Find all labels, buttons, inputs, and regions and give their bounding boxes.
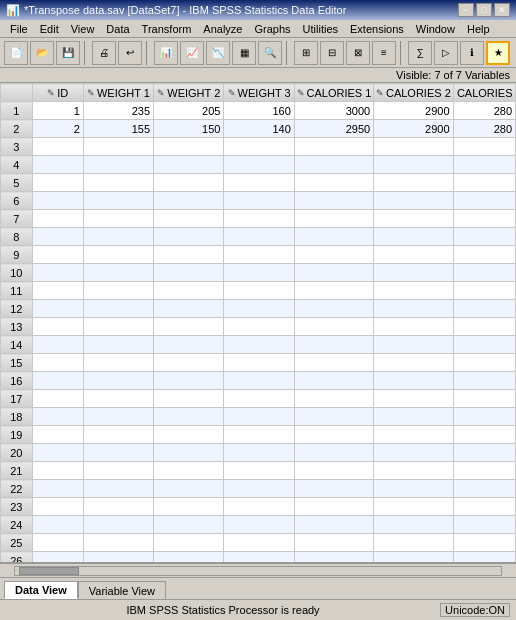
empty-cell[interactable]	[374, 300, 453, 318]
empty-cell[interactable]	[453, 552, 515, 564]
empty-cell[interactable]	[83, 552, 153, 564]
empty-cell[interactable]	[32, 498, 83, 516]
table-row[interactable]: 18	[1, 408, 516, 426]
menu-item-graphs[interactable]: Graphs	[248, 22, 296, 36]
empty-cell[interactable]	[83, 300, 153, 318]
empty-cell[interactable]	[453, 138, 515, 156]
empty-cell[interactable]	[83, 228, 153, 246]
empty-cell[interactable]	[453, 354, 515, 372]
empty-cell[interactable]	[453, 228, 515, 246]
info-button[interactable]: ℹ	[460, 41, 484, 65]
empty-cell[interactable]	[154, 210, 224, 228]
empty-cell[interactable]	[453, 156, 515, 174]
tab-variable-view[interactable]: Variable View	[78, 581, 166, 599]
empty-cell[interactable]	[154, 552, 224, 564]
empty-cell[interactable]	[224, 264, 294, 282]
empty-cell[interactable]	[83, 426, 153, 444]
empty-cell[interactable]	[154, 516, 224, 534]
empty-cell[interactable]	[32, 372, 83, 390]
empty-cell[interactable]	[374, 372, 453, 390]
active-button[interactable]: ★	[486, 41, 510, 65]
empty-cell[interactable]	[83, 210, 153, 228]
empty-cell[interactable]	[374, 138, 453, 156]
empty-cell[interactable]	[154, 354, 224, 372]
empty-cell[interactable]	[32, 462, 83, 480]
empty-cell[interactable]	[374, 264, 453, 282]
empty-cell[interactable]	[453, 336, 515, 354]
menu-item-file[interactable]: File	[4, 22, 34, 36]
empty-cell[interactable]	[374, 444, 453, 462]
cell-c1[interactable]: 3000	[294, 102, 373, 120]
empty-cell[interactable]	[32, 156, 83, 174]
col-header-id[interactable]: ✎ID	[32, 84, 83, 102]
empty-cell[interactable]	[154, 444, 224, 462]
empty-cell[interactable]	[374, 156, 453, 174]
col-header-w2[interactable]: ✎WEIGHT 2	[154, 84, 224, 102]
empty-cell[interactable]	[453, 408, 515, 426]
empty-cell[interactable]	[294, 408, 373, 426]
empty-cell[interactable]	[32, 336, 83, 354]
calc-button[interactable]: ∑	[408, 41, 432, 65]
table-row[interactable]: 12	[1, 300, 516, 318]
empty-cell[interactable]	[83, 156, 153, 174]
empty-cell[interactable]	[154, 372, 224, 390]
empty-cell[interactable]	[224, 174, 294, 192]
empty-cell[interactable]	[154, 390, 224, 408]
cell-c3[interactable]: 280	[453, 120, 515, 138]
menu-item-edit[interactable]: Edit	[34, 22, 65, 36]
empty-cell[interactable]	[294, 372, 373, 390]
table-row[interactable]: 16	[1, 372, 516, 390]
empty-cell[interactable]	[294, 138, 373, 156]
menu-item-extensions[interactable]: Extensions	[344, 22, 410, 36]
cell-w2[interactable]: 150	[154, 120, 224, 138]
empty-cell[interactable]	[224, 192, 294, 210]
table-row[interactable]: 1123520516030002900280	[1, 102, 516, 120]
cell-c2[interactable]: 2900	[374, 102, 453, 120]
empty-cell[interactable]	[32, 192, 83, 210]
table-row[interactable]: 21	[1, 462, 516, 480]
chart-button-1[interactable]: 📊	[154, 41, 178, 65]
data-button-2[interactable]: ⊟	[320, 41, 344, 65]
empty-cell[interactable]	[453, 300, 515, 318]
empty-cell[interactable]	[294, 174, 373, 192]
empty-cell[interactable]	[83, 480, 153, 498]
empty-cell[interactable]	[32, 246, 83, 264]
empty-cell[interactable]	[294, 552, 373, 564]
empty-cell[interactable]	[374, 534, 453, 552]
empty-cell[interactable]	[374, 480, 453, 498]
empty-cell[interactable]	[374, 390, 453, 408]
data-button-1[interactable]: ⊞	[294, 41, 318, 65]
cell-id[interactable]: 1	[32, 102, 83, 120]
empty-cell[interactable]	[224, 462, 294, 480]
save-button[interactable]: 💾	[56, 41, 80, 65]
empty-cell[interactable]	[294, 228, 373, 246]
empty-cell[interactable]	[224, 372, 294, 390]
empty-cell[interactable]	[224, 300, 294, 318]
empty-cell[interactable]	[32, 228, 83, 246]
empty-cell[interactable]	[453, 246, 515, 264]
empty-cell[interactable]	[32, 282, 83, 300]
empty-cell[interactable]	[32, 264, 83, 282]
empty-cell[interactable]	[453, 192, 515, 210]
data-button-3[interactable]: ⊠	[346, 41, 370, 65]
table-row[interactable]: 22	[1, 480, 516, 498]
table-row[interactable]: 17	[1, 390, 516, 408]
empty-cell[interactable]	[294, 444, 373, 462]
chart-button-3[interactable]: 📉	[206, 41, 230, 65]
cell-id[interactable]: 2	[32, 120, 83, 138]
binoculars-button[interactable]: 🔍	[258, 41, 282, 65]
empty-cell[interactable]	[453, 444, 515, 462]
empty-cell[interactable]	[224, 534, 294, 552]
empty-cell[interactable]	[32, 390, 83, 408]
empty-cell[interactable]	[374, 552, 453, 564]
cell-c2[interactable]: 2900	[374, 120, 453, 138]
col-header-c3[interactable]: ✎CALORIES 3	[453, 84, 515, 102]
data-button-4[interactable]: ≡	[372, 41, 396, 65]
menu-item-analyze[interactable]: Analyze	[197, 22, 248, 36]
empty-cell[interactable]	[154, 336, 224, 354]
table-row[interactable]: 8	[1, 228, 516, 246]
empty-cell[interactable]	[374, 192, 453, 210]
cell-c1[interactable]: 2950	[294, 120, 373, 138]
empty-cell[interactable]	[154, 480, 224, 498]
empty-cell[interactable]	[453, 534, 515, 552]
